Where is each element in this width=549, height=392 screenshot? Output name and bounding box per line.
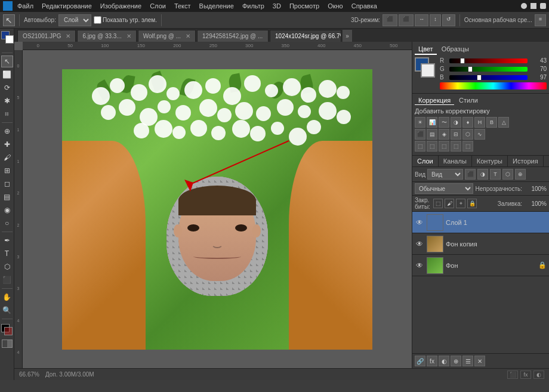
tab-correction[interactable]: Коррекция	[415, 96, 454, 105]
layer-mask-btn[interactable]: ◐	[439, 356, 449, 366]
kind-dropdown[interactable]: Вид	[427, 169, 463, 180]
threed-btn-2[interactable]: ⬛	[399, 14, 414, 26]
menu-select[interactable]: Выделение	[196, 1, 238, 11]
quick-mask-on[interactable]	[4, 327, 13, 335]
layer-delete-btn[interactable]: ✕	[474, 356, 485, 366]
filter-adjust-btn[interactable]: ◑	[477, 169, 488, 180]
minimize-btn[interactable]	[521, 3, 527, 9]
layer-visibility-2[interactable]: 👁	[415, 261, 424, 270]
show-transform-checkbox[interactable]	[94, 16, 101, 24]
correction-c1[interactable]: ⬚	[415, 141, 425, 152]
layers-tab-channels[interactable]: Каналы	[439, 156, 472, 166]
tab-os21001[interactable]: OS21001.JPG ✕	[17, 30, 76, 42]
shape-tool[interactable]: ⬛	[1, 274, 13, 286]
tab-styles[interactable]: Стили	[455, 96, 482, 105]
blend-mode-dropdown[interactable]: Обычные	[415, 183, 473, 194]
menu-file[interactable]: Файл	[14, 1, 37, 11]
menu-help[interactable]: Справка	[348, 1, 381, 11]
correction-hsl[interactable]: H	[474, 117, 485, 128]
quick-select-tool[interactable]: ✱	[1, 95, 13, 107]
blur-tool[interactable]: ◉	[1, 204, 13, 216]
marquee-tool[interactable]: ⬜	[1, 69, 13, 81]
correction-c5[interactable]: ⬚	[462, 141, 473, 152]
correction-exposure[interactable]: ◑	[451, 117, 461, 128]
threed-btn-4[interactable]: ↕	[430, 14, 441, 26]
status-fx-btn[interactable]: fx	[520, 371, 531, 379]
close-tab-wolf[interactable]: ✕	[186, 33, 190, 39]
correction-levels[interactable]: 📊	[427, 117, 437, 128]
layers-tab-layers[interactable]: Слои	[412, 156, 439, 166]
threed-btn-5[interactable]: ↺	[442, 14, 455, 26]
correction-c4[interactable]: ⬚	[451, 141, 461, 152]
tab-12942[interactable]: 12942581542.jpg @ ... ✕	[197, 30, 269, 42]
correction-channel[interactable]: ⬛	[415, 129, 425, 140]
threed-btn-3[interactable]: ↔	[415, 14, 428, 26]
correction-vibrance[interactable]: ♦	[462, 117, 473, 128]
eraser-tool[interactable]: ◻	[1, 178, 13, 190]
status-mask-btn[interactable]: ◐	[533, 371, 544, 379]
eyedropper-tool[interactable]: ⊕	[1, 125, 13, 137]
tab-color[interactable]: Цвет	[415, 44, 437, 55]
heal-tool[interactable]: ✚	[1, 138, 13, 150]
correction-brightness[interactable]: ☀	[415, 117, 425, 128]
correction-c2[interactable]: ⬚	[427, 141, 437, 152]
layer-visibility-1[interactable]: 👁	[415, 239, 424, 249]
close-tab-os21001[interactable]: ✕	[66, 33, 70, 39]
correction-invert[interactable]: ⊟	[451, 129, 461, 140]
auto-select-dropdown[interactable]: Слой	[58, 14, 91, 26]
pen-tool[interactable]: ✒	[1, 234, 13, 246]
filter-pixel-btn[interactable]: ⬛	[465, 169, 476, 180]
close-btn[interactable]	[540, 3, 546, 9]
menu-3d[interactable]: 3D	[269, 1, 285, 11]
correction-curves[interactable]: 〜	[439, 117, 449, 128]
lock-image-btn[interactable]: 🖌	[445, 199, 454, 208]
menu-window[interactable]: Окно	[324, 1, 347, 11]
tab-wolf[interactable]: Wolf.png @ ... ✕	[138, 30, 196, 42]
layer-item-2[interactable]: 👁 Фон 🔒	[412, 255, 549, 276]
layer-item-1[interactable]: 👁 Фон копия	[412, 233, 549, 255]
brush-tool[interactable]: 🖌	[1, 152, 13, 163]
workspace-btn[interactable]: ≡	[535, 14, 546, 26]
layer-item-0[interactable]: 👁 Слой 1	[412, 212, 549, 233]
lock-position-btn[interactable]: +	[456, 199, 465, 208]
filter-smart-btn[interactable]: ⊕	[515, 169, 526, 180]
path-tool[interactable]: ⬡	[1, 261, 13, 273]
layer-visibility-0[interactable]: 👁	[415, 218, 424, 227]
tab-1024[interactable]: 1024x1024sr.jpg @ 66.7% (Слой 1, RGB/8#)…	[270, 30, 341, 42]
zoom-tool[interactable]: 🔍	[1, 304, 13, 316]
layer-link-btn[interactable]: 🔗	[415, 356, 425, 366]
correction-posterize[interactable]: ⬡	[462, 129, 473, 140]
dodge-tool[interactable]: ○	[1, 217, 13, 229]
b-slider-thumb[interactable]	[477, 75, 482, 81]
layers-tab-paths[interactable]: Контуры	[472, 156, 508, 166]
menu-filter[interactable]: Фильтр	[239, 1, 268, 11]
correction-triangle[interactable]: △	[498, 117, 509, 128]
hand-tool[interactable]: ✋	[1, 291, 13, 303]
tab-6jpg[interactable]: 6.jpg @ 33.3... ✕	[77, 30, 136, 42]
status-arrows-btn[interactable]: ⬛	[507, 371, 518, 379]
screen-mode-btn[interactable]	[2, 339, 13, 348]
lock-transparent-btn[interactable]: ⬚	[433, 199, 443, 208]
correction-threshold[interactable]: ∿	[474, 129, 485, 140]
correction-selective[interactable]: ◈	[439, 129, 449, 140]
filter-type-btn[interactable]: T	[490, 169, 501, 180]
menu-edit[interactable]: Редактирование	[38, 1, 95, 11]
correction-gradient-map[interactable]: ▤	[427, 129, 437, 140]
menu-view[interactable]: Просмотр	[286, 1, 323, 11]
maximize-btn[interactable]	[531, 3, 536, 9]
tabs-overflow-btn[interactable]: »	[343, 30, 352, 42]
background-color[interactable]	[5, 35, 14, 44]
layer-fx-btn[interactable]: fx	[427, 356, 437, 366]
close-tab-12942[interactable]: ✕	[267, 33, 269, 39]
r-slider-thumb[interactable]	[460, 58, 465, 64]
layers-tab-history[interactable]: История	[508, 156, 544, 166]
g-slider-thumb[interactable]	[468, 66, 473, 72]
bg-color-swatch[interactable]	[421, 63, 435, 78]
menu-text[interactable]: Текст	[171, 1, 195, 11]
gradient-tool[interactable]: ▤	[1, 191, 13, 203]
move-tool[interactable]: ↖	[1, 55, 13, 67]
layer-group-btn[interactable]: ⊕	[451, 356, 461, 366]
menu-layers[interactable]: Слои	[146, 1, 169, 11]
text-tool[interactable]: T	[1, 248, 13, 260]
lasso-tool[interactable]: ⟳	[1, 82, 13, 94]
